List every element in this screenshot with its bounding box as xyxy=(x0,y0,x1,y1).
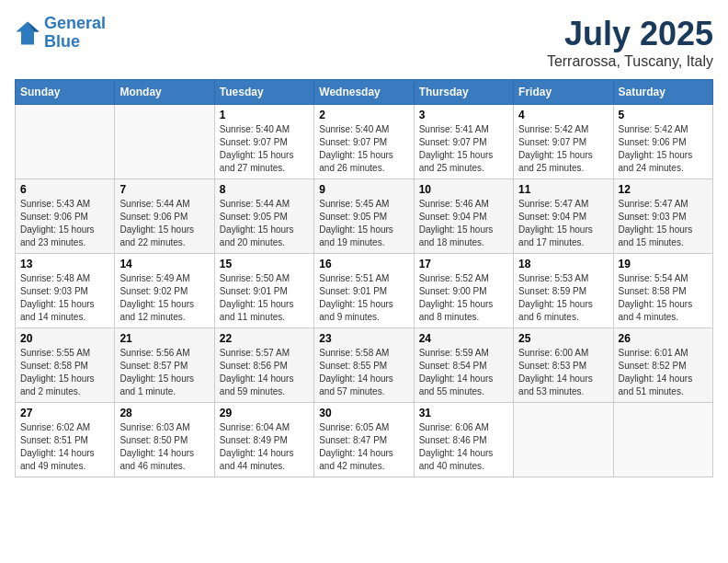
table-row xyxy=(613,403,712,477)
day-info: Sunrise: 5:59 AM Sunset: 8:54 PM Dayligh… xyxy=(419,347,508,398)
table-row: 24Sunrise: 5:59 AM Sunset: 8:54 PM Dayli… xyxy=(414,328,513,403)
calendar-subtitle: Terrarossa, Tuscany, Italy xyxy=(547,53,713,70)
calendar-week-row: 20Sunrise: 5:55 AM Sunset: 8:58 PM Dayli… xyxy=(16,328,713,403)
day-info: Sunrise: 5:42 AM Sunset: 9:06 PM Dayligh… xyxy=(619,123,708,175)
day-number: 5 xyxy=(619,109,708,121)
table-row: 12Sunrise: 5:47 AM Sunset: 9:03 PM Dayli… xyxy=(613,179,712,254)
day-info: Sunrise: 5:44 AM Sunset: 9:06 PM Dayligh… xyxy=(119,198,209,249)
day-info: Sunrise: 5:55 AM Sunset: 8:58 PM Dayligh… xyxy=(20,347,109,398)
day-number: 31 xyxy=(419,407,508,419)
day-info: Sunrise: 5:46 AM Sunset: 9:04 PM Dayligh… xyxy=(419,198,508,249)
day-info: Sunrise: 5:54 AM Sunset: 8:58 PM Dayligh… xyxy=(619,272,708,324)
day-info: Sunrise: 5:52 AM Sunset: 9:00 PM Dayligh… xyxy=(419,272,508,324)
table-row: 11Sunrise: 5:47 AM Sunset: 9:04 PM Dayli… xyxy=(514,179,613,254)
day-info: Sunrise: 5:51 AM Sunset: 9:01 PM Dayligh… xyxy=(319,272,408,324)
day-info: Sunrise: 6:01 AM Sunset: 8:52 PM Dayligh… xyxy=(619,347,708,398)
day-number: 6 xyxy=(20,183,109,196)
title-block: July 2025 Terrarossa, Tuscany, Italy xyxy=(547,15,713,70)
day-number: 23 xyxy=(319,332,408,345)
table-row: 19Sunrise: 5:54 AM Sunset: 8:58 PM Dayli… xyxy=(613,254,712,328)
day-number: 22 xyxy=(220,332,309,345)
table-row: 2Sunrise: 5:40 AM Sunset: 9:07 PM Daylig… xyxy=(314,105,414,179)
header-sunday: Sunday xyxy=(16,80,115,105)
table-row xyxy=(514,403,613,477)
table-row: 17Sunrise: 5:52 AM Sunset: 9:00 PM Dayli… xyxy=(414,254,513,328)
day-info: Sunrise: 6:00 AM Sunset: 8:53 PM Dayligh… xyxy=(518,347,608,398)
table-row: 25Sunrise: 6:00 AM Sunset: 8:53 PM Dayli… xyxy=(514,328,613,403)
table-row: 13Sunrise: 5:48 AM Sunset: 9:03 PM Dayli… xyxy=(16,254,115,328)
day-info: Sunrise: 5:48 AM Sunset: 9:03 PM Dayligh… xyxy=(20,272,109,324)
table-row: 7Sunrise: 5:44 AM Sunset: 9:06 PM Daylig… xyxy=(115,179,214,254)
header-wednesday: Wednesday xyxy=(314,80,414,105)
logo-line2: Blue xyxy=(44,32,80,51)
day-number: 27 xyxy=(20,407,109,419)
day-info: Sunrise: 6:03 AM Sunset: 8:50 PM Dayligh… xyxy=(119,421,209,473)
day-number: 29 xyxy=(220,407,309,419)
day-number: 16 xyxy=(319,258,408,270)
day-info: Sunrise: 6:04 AM Sunset: 8:49 PM Dayligh… xyxy=(220,421,309,473)
calendar-week-row: 13Sunrise: 5:48 AM Sunset: 9:03 PM Dayli… xyxy=(16,254,713,328)
table-row: 26Sunrise: 6:01 AM Sunset: 8:52 PM Dayli… xyxy=(613,328,712,403)
day-info: Sunrise: 5:57 AM Sunset: 8:56 PM Dayligh… xyxy=(220,347,309,398)
table-row: 10Sunrise: 5:46 AM Sunset: 9:04 PM Dayli… xyxy=(414,179,513,254)
table-row: 14Sunrise: 5:49 AM Sunset: 9:02 PM Dayli… xyxy=(115,254,214,328)
header-saturday: Saturday xyxy=(613,80,712,105)
calendar-table: Sunday Monday Tuesday Wednesday Thursday… xyxy=(15,79,713,477)
day-info: Sunrise: 5:47 AM Sunset: 9:04 PM Dayligh… xyxy=(518,198,608,249)
day-info: Sunrise: 5:50 AM Sunset: 9:01 PM Dayligh… xyxy=(220,272,309,324)
day-info: Sunrise: 5:58 AM Sunset: 8:55 PM Dayligh… xyxy=(319,347,408,398)
day-number: 28 xyxy=(119,407,209,419)
day-info: Sunrise: 5:42 AM Sunset: 9:07 PM Dayligh… xyxy=(518,123,608,175)
day-info: Sunrise: 6:05 AM Sunset: 8:47 PM Dayligh… xyxy=(319,421,408,473)
table-row: 16Sunrise: 5:51 AM Sunset: 9:01 PM Dayli… xyxy=(314,254,414,328)
table-row: 3Sunrise: 5:41 AM Sunset: 9:07 PM Daylig… xyxy=(414,105,513,179)
day-number: 3 xyxy=(419,109,508,121)
day-number: 8 xyxy=(220,183,309,196)
day-info: Sunrise: 5:45 AM Sunset: 9:05 PM Dayligh… xyxy=(319,198,408,249)
day-info: Sunrise: 5:43 AM Sunset: 9:06 PM Dayligh… xyxy=(20,198,109,249)
day-number: 7 xyxy=(119,183,209,196)
table-row: 21Sunrise: 5:56 AM Sunset: 8:57 PM Dayli… xyxy=(115,328,214,403)
day-number: 30 xyxy=(319,407,408,419)
table-row: 6Sunrise: 5:43 AM Sunset: 9:06 PM Daylig… xyxy=(16,179,115,254)
day-number: 25 xyxy=(518,332,608,345)
weekday-header-row: Sunday Monday Tuesday Wednesday Thursday… xyxy=(16,80,713,105)
day-info: Sunrise: 5:40 AM Sunset: 9:07 PM Dayligh… xyxy=(220,123,309,175)
table-row: 8Sunrise: 5:44 AM Sunset: 9:05 PM Daylig… xyxy=(214,179,313,254)
day-number: 14 xyxy=(119,258,209,270)
table-row: 31Sunrise: 6:06 AM Sunset: 8:46 PM Dayli… xyxy=(414,403,513,477)
day-number: 11 xyxy=(518,183,608,196)
day-info: Sunrise: 5:47 AM Sunset: 9:03 PM Dayligh… xyxy=(619,198,708,249)
table-row: 28Sunrise: 6:03 AM Sunset: 8:50 PM Dayli… xyxy=(115,403,214,477)
table-row: 30Sunrise: 6:05 AM Sunset: 8:47 PM Dayli… xyxy=(314,403,414,477)
table-row: 27Sunrise: 6:02 AM Sunset: 8:51 PM Dayli… xyxy=(16,403,115,477)
header-tuesday: Tuesday xyxy=(214,80,313,105)
table-row: 9Sunrise: 5:45 AM Sunset: 9:05 PM Daylig… xyxy=(314,179,414,254)
day-number: 24 xyxy=(419,332,508,345)
table-row xyxy=(16,105,115,179)
page-header: General Blue July 2025 Terrarossa, Tusca… xyxy=(15,15,713,70)
day-info: Sunrise: 6:06 AM Sunset: 8:46 PM Dayligh… xyxy=(419,421,508,473)
header-monday: Monday xyxy=(115,80,214,105)
svg-marker-0 xyxy=(16,21,39,44)
day-info: Sunrise: 5:56 AM Sunset: 8:57 PM Dayligh… xyxy=(119,347,209,398)
calendar-week-row: 1Sunrise: 5:40 AM Sunset: 9:07 PM Daylig… xyxy=(16,105,713,179)
day-info: Sunrise: 5:49 AM Sunset: 9:02 PM Dayligh… xyxy=(119,272,209,324)
day-info: Sunrise: 5:41 AM Sunset: 9:07 PM Dayligh… xyxy=(419,123,508,175)
table-row: 1Sunrise: 5:40 AM Sunset: 9:07 PM Daylig… xyxy=(214,105,313,179)
day-number: 17 xyxy=(419,258,508,270)
day-number: 12 xyxy=(619,183,708,196)
header-thursday: Thursday xyxy=(414,80,513,105)
day-number: 10 xyxy=(419,183,508,196)
table-row xyxy=(115,105,214,179)
table-row: 20Sunrise: 5:55 AM Sunset: 8:58 PM Dayli… xyxy=(16,328,115,403)
day-number: 2 xyxy=(319,109,408,121)
day-number: 20 xyxy=(20,332,109,345)
day-number: 19 xyxy=(619,258,708,270)
table-row: 23Sunrise: 5:58 AM Sunset: 8:55 PM Dayli… xyxy=(314,328,414,403)
logo-icon xyxy=(15,20,40,46)
day-number: 1 xyxy=(220,109,309,121)
calendar-week-row: 6Sunrise: 5:43 AM Sunset: 9:06 PM Daylig… xyxy=(16,179,713,254)
table-row: 4Sunrise: 5:42 AM Sunset: 9:07 PM Daylig… xyxy=(514,105,613,179)
table-row: 18Sunrise: 5:53 AM Sunset: 8:59 PM Dayli… xyxy=(514,254,613,328)
